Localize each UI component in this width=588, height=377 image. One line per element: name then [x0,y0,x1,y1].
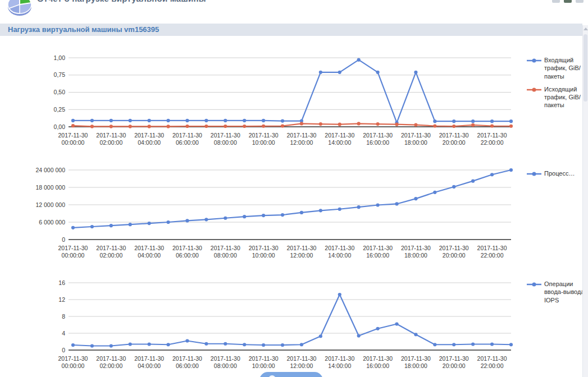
x-tick-date: 2017-11-30 [134,355,164,362]
y-tick-label: 0,25 [54,106,66,113]
data-point [376,203,380,206]
x-tick-time: 08:00:00 [214,252,237,259]
data-point [338,293,341,296]
series-line [73,170,511,228]
scrollbar-thumb[interactable] [584,34,587,102]
legend-item[interactable]: Операции ввода-вывода, IOPS [527,280,586,304]
data-point [319,122,322,126]
y-tick-label: 24 000 000 [35,167,65,173]
data-point [110,344,113,347]
data-point [90,225,94,228]
data-point [243,343,246,346]
x-tick-time: 08:00:00 [214,362,237,369]
x-tick-date: 2017-11-30 [172,355,202,362]
data-point [376,327,380,330]
data-point [148,119,151,122]
legend-marker-icon [527,58,541,63]
x-tick-time: 16:00:00 [366,252,389,259]
y-tick-label: 0,50 [54,89,66,95]
x-tick-time: 10:00:00 [252,252,275,259]
data-point [433,119,436,123]
y-tick-label: 8 [62,313,65,320]
data-point [281,124,284,127]
data-point [204,125,208,128]
x-tick-date: 2017-11-30 [439,245,469,251]
y-tick-label: 18 000 000 [35,184,65,191]
x-tick-time: 04:00:00 [138,362,161,369]
data-point [224,217,227,220]
data-point [357,122,361,125]
x-tick-date: 2017-11-30 [96,132,126,139]
data-point [281,343,284,347]
data-point [148,342,151,346]
data-point [166,343,170,346]
data-point [204,342,208,346]
x-tick-date: 2017-11-30 [363,132,393,139]
data-point [224,119,227,122]
data-point [509,125,513,128]
legend-marker-icon [527,282,541,287]
data-point [71,343,75,347]
data-point [509,343,513,346]
vertical-scrollbar[interactable] [582,25,588,377]
header-toolbar-icon[interactable] [552,0,560,3]
scroll-up-icon[interactable] [584,27,588,30]
x-tick-time: 00:00:00 [62,139,85,146]
legend-item[interactable]: Исходящий трафик, GiB/пакеты [527,85,586,109]
x-tick-date: 2017-11-30 [58,132,88,139]
x-tick-time: 00:00:00 [62,252,85,259]
header-toolbar-icon[interactable] [576,0,584,3]
y-tick-label: 0,00 [54,123,66,130]
data-point [300,211,303,214]
data-point [490,124,494,127]
data-point [452,185,455,188]
x-tick-date: 2017-11-30 [211,132,240,139]
x-tick-time: 14:00:00 [328,139,351,146]
data-point [71,226,75,229]
data-point [243,215,246,218]
traffic-chart: 0,000,250,500,751,002017-11-3000:00:0020… [21,49,586,148]
x-tick-time: 18:00:00 [404,252,427,259]
legend-label: Исходящий трафик, GiB/пакеты [544,85,586,109]
x-tick-date: 2017-11-30 [172,132,202,139]
data-point [129,223,132,226]
pie-chart-icon [7,0,34,17]
legend-item[interactable]: Процесс… [527,169,586,177]
x-tick-date: 2017-11-30 [211,245,240,251]
data-point [357,334,361,337]
legend-marker-icon [527,171,541,177]
x-tick-date: 2017-11-30 [286,132,316,139]
x-tick-date: 2017-11-30 [477,132,507,139]
data-point [185,119,189,122]
report-title: Отчет о нагрузке виртуальной машины [37,0,206,3]
data-point [262,343,265,347]
x-tick-date: 2017-11-30 [363,245,393,251]
data-point [71,119,75,122]
data-point [148,222,151,225]
x-tick-date: 2017-11-30 [249,132,279,139]
y-tick-label: 6 000 000 [39,219,65,226]
y-tick-label: 4 [62,330,65,337]
data-point [204,218,208,221]
x-tick-time: 10:00:00 [252,139,275,146]
x-tick-date: 2017-11-30 [58,245,88,251]
data-point [204,119,208,122]
data-point [185,339,189,342]
x-tick-date: 2017-11-30 [363,355,393,362]
legend-item[interactable]: Входящий трафик, GiB/пакеты [527,56,586,80]
x-tick-date: 2017-11-30 [249,245,279,251]
series-line [73,123,511,126]
header-toolbar-icon[interactable] [564,0,572,3]
x-tick-time: 20:00:00 [443,139,466,146]
x-tick-time: 16:00:00 [366,362,389,369]
data-point [110,125,113,128]
data-point [395,322,398,325]
traffic-chart-canvas: 0,000,250,500,751,002017-11-3000:00:0020… [21,49,527,148]
y-tick-label: 0 [62,236,65,243]
data-point [471,180,475,183]
cpu-chart-canvas: 06 000 00012 000 00018 000 00024 000 000… [21,162,527,260]
data-point [129,119,132,122]
x-tick-time: 06:00:00 [176,139,199,146]
x-tick-date: 2017-11-30 [286,355,316,362]
bottom-action-button[interactable] [259,372,323,377]
